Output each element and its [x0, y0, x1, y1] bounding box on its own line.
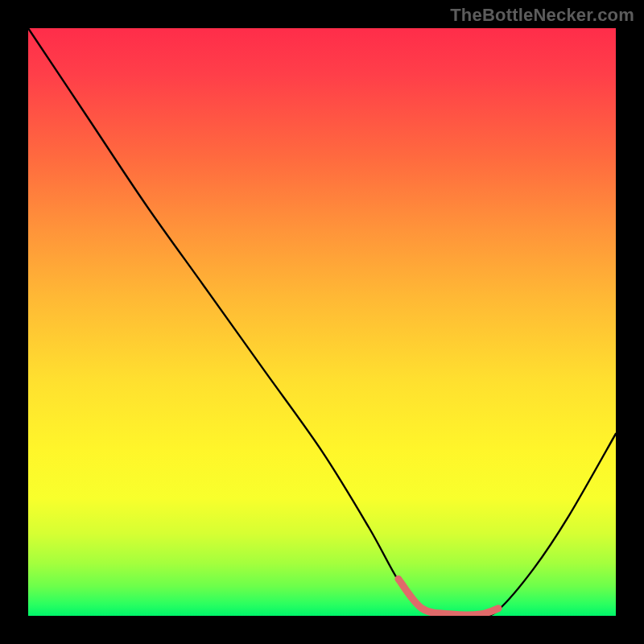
bottleneck-curve [28, 28, 616, 616]
watermark-text: TheBottleNecker.com [450, 5, 634, 26]
curve-layer [28, 28, 616, 616]
plot-area [28, 28, 616, 616]
optimal-highlight [398, 579, 498, 615]
chart-frame: TheBottleNecker.com [0, 0, 644, 644]
